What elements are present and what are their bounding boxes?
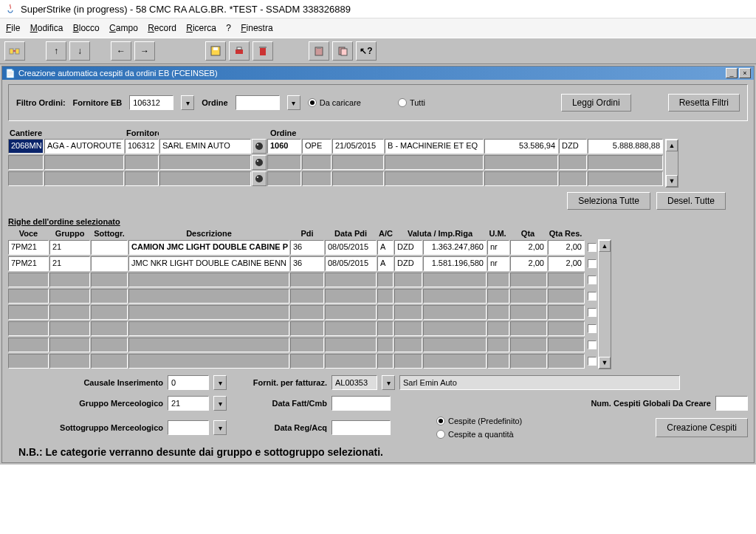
row-checkbox[interactable] xyxy=(588,357,597,366)
hdr-cantiere: Cantiere xyxy=(8,129,44,137)
cell-cantiere-code[interactable]: 2068MN xyxy=(8,139,44,154)
scroll-up-icon[interactable]: ▲ xyxy=(666,140,678,151)
row-action-icon[interactable] xyxy=(252,139,267,154)
row-action-icon[interactable] xyxy=(252,171,267,186)
righe-row[interactable] xyxy=(8,304,597,321)
gruppo-merc-label: Gruppo Merceologico xyxy=(8,399,163,408)
tb-print-icon[interactable] xyxy=(229,41,250,61)
ordine-dropdown-icon[interactable]: ▾ xyxy=(287,95,300,110)
righe-cell xyxy=(49,321,90,336)
radio-dacaricare[interactable]: Da caricare xyxy=(308,98,361,107)
fornitore-eb-label: Fornitore EB xyxy=(73,98,123,107)
righe-cell xyxy=(548,338,585,352)
ordine-input[interactable] xyxy=(236,95,280,110)
row-checkbox[interactable] xyxy=(588,243,597,252)
fornitore-eb-input[interactable] xyxy=(129,95,173,110)
radio-dot-icon xyxy=(308,98,317,107)
righe-row[interactable]: 7PM2121JMC NKR LIGHT DOUBLE CABINE BENN3… xyxy=(8,256,597,272)
tb-whatsthis-icon[interactable]: ↖? xyxy=(356,41,377,61)
svg-rect-6 xyxy=(260,48,266,55)
menu-record[interactable]: Record xyxy=(148,23,176,33)
fornitore-eb-dropdown-icon[interactable]: ▾ xyxy=(181,95,194,110)
resetta-filtri-button[interactable]: Resetta Filtri xyxy=(668,94,740,112)
righe-row[interactable] xyxy=(8,353,597,369)
tb-left-icon[interactable]: ← xyxy=(111,41,131,61)
righe-cell xyxy=(487,273,509,287)
righe-cell xyxy=(91,354,128,369)
row-action-icon[interactable] xyxy=(252,155,267,170)
righe-cell xyxy=(8,273,49,287)
creazione-cespiti-button[interactable]: Creazione Cespiti xyxy=(656,418,748,437)
tb-paste-icon[interactable] xyxy=(309,41,329,61)
sottogr-merc-input[interactable] xyxy=(168,420,209,435)
child-minimize-button[interactable]: _ xyxy=(726,68,738,78)
ordine-label: Ordine xyxy=(202,98,227,107)
fornit-fatt-dropdown-icon[interactable]: ▾ xyxy=(382,375,395,390)
scroll-down-icon[interactable]: ▼ xyxy=(599,357,611,369)
righe-cell xyxy=(8,338,49,352)
radio-cespite-predef[interactable]: Cespite (Predefinito) xyxy=(436,417,522,425)
radio-tutti[interactable]: Tutti xyxy=(398,98,425,107)
righe-cell xyxy=(91,256,128,271)
causale-input[interactable] xyxy=(168,375,209,390)
form-doc-icon: 📄 xyxy=(5,69,16,78)
gruppo-merc-input[interactable] xyxy=(168,396,209,411)
radio-cespite-quantita[interactable]: Cespite a quantità xyxy=(436,430,522,439)
row-checkbox[interactable] xyxy=(588,308,597,317)
fornit-fatt-label: Fornit. per fatturaz. xyxy=(231,378,327,387)
righe-row[interactable] xyxy=(8,321,597,337)
leggi-ordini-button[interactable]: Leggi Ordini xyxy=(561,94,631,112)
row-checkbox[interactable] xyxy=(588,324,597,333)
scroll-down-icon[interactable]: ▼ xyxy=(666,175,678,187)
righe-row[interactable] xyxy=(8,272,597,288)
cell-ord-tot: 5.888.888,88 xyxy=(588,139,663,154)
righe-row[interactable] xyxy=(8,288,597,304)
righe-cell xyxy=(394,273,422,287)
righe-row[interactable]: 7PM2121CAMION JMC LIGHT DOUBLE CABINE P3… xyxy=(8,239,597,256)
svg-point-17 xyxy=(257,177,258,178)
desel-tutte-button[interactable]: Desel. Tutte xyxy=(656,192,726,210)
righe-cell xyxy=(377,289,394,304)
row-checkbox[interactable] xyxy=(588,340,597,349)
datafatt-input[interactable] xyxy=(331,396,391,411)
righe-scrollbar[interactable]: ▲ ▼ xyxy=(598,239,611,369)
tb-connect-icon[interactable] xyxy=(4,41,25,61)
righe-cell xyxy=(510,321,547,336)
menu-ricerca[interactable]: Ricerca xyxy=(186,23,216,33)
menu-finestra[interactable]: Finestra xyxy=(241,23,272,33)
tb-up-icon[interactable]: ↑ xyxy=(46,41,66,61)
cell-ord-cat: B - MACHINERIE ET EQ xyxy=(385,139,484,154)
menu-help[interactable]: ? xyxy=(226,23,231,33)
gruppo-merc-dropdown-icon[interactable]: ▾ xyxy=(213,396,227,411)
scroll-up-icon[interactable]: ▲ xyxy=(599,240,611,252)
righe-cell xyxy=(325,305,377,320)
righe-row[interactable] xyxy=(8,337,597,353)
tb-right-icon[interactable]: → xyxy=(134,41,155,61)
righe-cell xyxy=(394,305,422,320)
menu-modifica[interactable]: Modifica xyxy=(30,23,63,33)
righe-cell xyxy=(128,273,289,287)
menu-blocco[interactable]: Blocco xyxy=(73,23,100,33)
tb-delete-icon[interactable] xyxy=(252,41,273,61)
row-checkbox[interactable] xyxy=(588,259,597,268)
row-checkbox[interactable] xyxy=(588,292,597,301)
ordini-row[interactable]: 2068MN AGA - AUTOROUTE 106312 SARL EMIN … xyxy=(8,139,664,155)
fornit-fatt-input[interactable] xyxy=(331,375,377,390)
child-close-button[interactable]: × xyxy=(739,68,751,78)
seleziona-tutte-button[interactable]: Seleziona Tutte xyxy=(567,192,650,210)
row-checkbox[interactable] xyxy=(588,275,597,284)
datareg-input[interactable] xyxy=(331,420,391,435)
righe-cell xyxy=(548,305,585,320)
tb-down-icon[interactable]: ↓ xyxy=(69,41,90,61)
radio-dot-icon xyxy=(436,417,445,425)
menu-file[interactable]: File xyxy=(6,23,20,33)
sottogr-merc-dropdown-icon[interactable]: ▾ xyxy=(213,420,227,435)
ordini-row-empty xyxy=(8,171,664,188)
righe-cell: 2,00 xyxy=(510,256,547,271)
ordini-scrollbar[interactable]: ▲ ▼ xyxy=(665,139,678,188)
causale-dropdown-icon[interactable]: ▾ xyxy=(213,375,227,390)
tb-save-icon[interactable] xyxy=(205,41,226,61)
numcespiti-input[interactable] xyxy=(715,396,748,411)
menu-campo[interactable]: Campo xyxy=(109,23,138,33)
tb-copy-icon[interactable] xyxy=(332,41,353,61)
